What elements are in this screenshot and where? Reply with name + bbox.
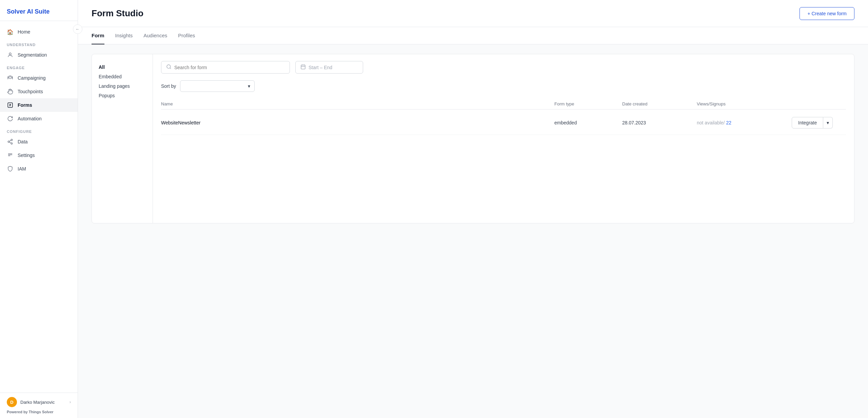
content-card: All Embedded Landing pages Popups <box>92 54 854 223</box>
sidebar-item-label: Campaigning <box>18 75 46 81</box>
sidebar-item-label: Data <box>18 139 28 144</box>
search-box <box>161 61 290 74</box>
sidebar-collapse-button[interactable]: ← <box>73 24 82 34</box>
home-icon: 🏠 <box>7 28 14 35</box>
toolbar: Start – End <box>161 61 846 74</box>
avatar: D <box>7 397 17 407</box>
tab-insights[interactable]: Insights <box>115 27 133 44</box>
sortby-label: Sort by <box>161 83 176 89</box>
integrate-dropdown-button[interactable]: ▾ <box>823 117 833 128</box>
row-actions: Integrate ▾ <box>792 117 846 128</box>
sidebar-item-forms[interactable]: Forms <box>0 98 78 112</box>
top-bar: Form Studio + Create new form <box>78 0 868 27</box>
svg-point-4 <box>11 143 13 144</box>
sidebar-item-label: Home <box>18 29 30 35</box>
row-name: WebsiteNewsletter <box>161 120 554 125</box>
tabs-bar: Form Insights Audiences Profiles <box>78 27 868 44</box>
filter-landing-pages[interactable]: Landing pages <box>99 81 146 91</box>
svg-line-8 <box>170 68 171 69</box>
calendar-icon <box>300 64 306 71</box>
search-icon <box>166 64 172 71</box>
create-new-form-button[interactable]: + Create new form <box>800 7 854 20</box>
app-logo: Solver AI Suite <box>0 0 78 21</box>
svg-rect-9 <box>301 65 305 69</box>
col-form-type: Form type <box>554 101 622 106</box>
svg-line-5 <box>9 142 11 143</box>
col-name: Name <box>161 101 554 106</box>
sidebar-item-automation[interactable]: Automation <box>0 112 78 125</box>
sidebar-item-label: Touchpoints <box>18 89 43 94</box>
col-views-signups: Views/Signups <box>697 101 792 106</box>
data-icon <box>7 138 14 145</box>
sidebar-item-iam[interactable]: IAM <box>0 162 78 176</box>
sidebar-item-label: Automation <box>18 116 42 121</box>
sidebar-item-touchpoints[interactable]: Touchpoints <box>0 85 78 98</box>
integrate-button[interactable]: Integrate <box>792 117 823 128</box>
main-content: Form Studio + Create new form Form Insig… <box>78 0 868 418</box>
sidebar-footer: D Darko Marjanovic › Powered by Things S… <box>0 393 78 418</box>
sidebar-item-label: Forms <box>18 102 32 108</box>
content-area: All Embedded Landing pages Popups <box>78 44 868 418</box>
views-na-label: not available/ <box>697 120 725 125</box>
integrate-button-group: Integrate ▾ <box>792 117 846 128</box>
sidebar-item-home[interactable]: 🏠 Home <box>0 25 78 39</box>
chevron-down-icon: ▾ <box>827 120 829 125</box>
date-range-picker[interactable]: Start – End <box>295 61 363 74</box>
views-num: 22 <box>726 120 732 125</box>
search-input[interactable] <box>174 65 285 70</box>
page-title: Form Studio <box>92 8 143 19</box>
row-date-created: 28.07.2023 <box>622 120 697 125</box>
tab-form[interactable]: Form <box>92 27 104 44</box>
filter-all[interactable]: All <box>99 62 146 72</box>
sortby-row: Sort by ▾ <box>161 80 846 92</box>
sidebar-item-settings[interactable]: Settings <box>0 148 78 162</box>
tab-profiles[interactable]: Profiles <box>178 27 195 44</box>
sidebar-item-campaigning[interactable]: Campaigning <box>0 71 78 85</box>
forms-icon <box>7 102 14 108</box>
table-row: WebsiteNewsletter embedded 28.07.2023 no… <box>161 111 846 135</box>
sortby-select[interactable]: ▾ <box>180 80 255 92</box>
section-label-engage: ENGAGE <box>0 62 78 71</box>
sidebar: Solver AI Suite ← 🏠 Home UNDERSTAND Segm… <box>0 0 78 418</box>
row-form-type: embedded <box>554 120 622 125</box>
sidebar-item-label: Segmentation <box>18 52 47 58</box>
svg-point-7 <box>167 65 171 68</box>
automation-icon <box>7 115 14 122</box>
chevron-down-icon: ▾ <box>248 83 250 89</box>
tab-audiences[interactable]: Audiences <box>143 27 167 44</box>
table-header: Name Form type Date created Views/Signup… <box>161 99 846 110</box>
filter-panel: All Embedded Landing pages Popups <box>92 54 153 223</box>
svg-point-2 <box>11 139 13 141</box>
chevron-right-icon: › <box>70 400 71 404</box>
filter-embedded[interactable]: Embedded <box>99 72 146 81</box>
svg-line-6 <box>9 140 11 141</box>
date-placeholder: Start – End <box>309 65 332 70</box>
sidebar-item-segmentation[interactable]: Segmentation <box>0 48 78 62</box>
svg-point-3 <box>8 141 9 143</box>
svg-point-0 <box>9 53 11 55</box>
row-views-signups: not available/ 22 <box>697 120 792 125</box>
filter-popups[interactable]: Popups <box>99 91 146 100</box>
col-date-created: Date created <box>622 101 697 106</box>
campaigning-icon <box>7 75 14 81</box>
sidebar-item-label: Settings <box>18 153 35 158</box>
sidebar-item-data[interactable]: Data <box>0 135 78 148</box>
user-name: Darko Marjanovic <box>20 400 66 405</box>
col-actions <box>792 101 846 106</box>
user-row[interactable]: D Darko Marjanovic › <box>7 397 71 407</box>
section-label-configure: CONFIGURE <box>0 125 78 135</box>
powered-by: Powered by Things Solver <box>7 410 71 414</box>
settings-icon <box>7 152 14 159</box>
section-label-understand: UNDERSTAND <box>0 39 78 48</box>
iam-icon <box>7 165 14 172</box>
touchpoints-icon <box>7 88 14 95</box>
sidebar-item-label: IAM <box>18 166 26 172</box>
segmentation-icon <box>7 52 14 58</box>
forms-panel: Start – End Sort by ▾ Name Form type Dat… <box>153 54 854 223</box>
sidebar-nav: 🏠 Home UNDERSTAND Segmentation ENGAGE Ca… <box>0 21 78 393</box>
